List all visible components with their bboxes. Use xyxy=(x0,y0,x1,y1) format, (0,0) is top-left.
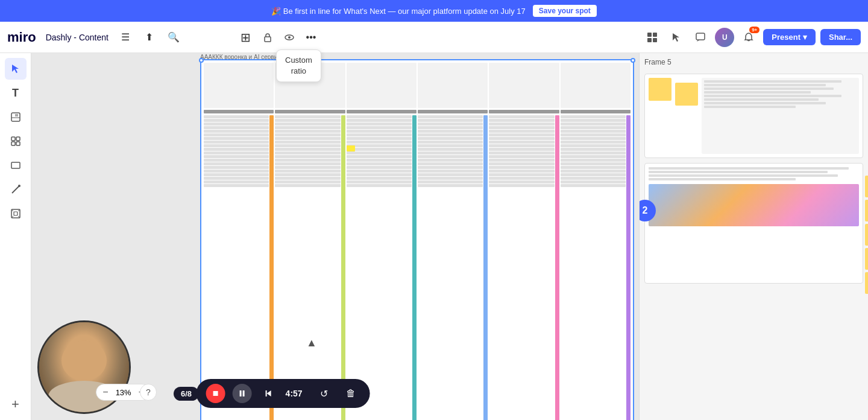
zoom-level-display: 13% xyxy=(113,388,134,397)
apps-grid-icon xyxy=(646,31,658,43)
refresh-button[interactable]: ↺ xyxy=(315,384,334,403)
line-icon xyxy=(10,184,21,195)
notification-button[interactable]: 9+ xyxy=(739,28,758,47)
mini-frame-text-area xyxy=(702,78,859,154)
playbar: 4:57 ↺ 🗑 xyxy=(197,379,370,408)
eye-toolbar-button[interactable] xyxy=(280,28,299,47)
search-button[interactable]: 🔍 xyxy=(164,28,183,47)
svg-rect-30 xyxy=(243,390,245,396)
user-avatar[interactable]: U xyxy=(715,28,734,47)
zoom-out-button[interactable]: − xyxy=(102,387,108,398)
transform-icon xyxy=(10,208,21,219)
svg-rect-23 xyxy=(14,212,17,215)
stop-button[interactable] xyxy=(206,384,225,403)
rect-tool-button[interactable] xyxy=(5,154,27,176)
more-toolbar-button[interactable]: ••• xyxy=(301,28,321,47)
svg-rect-15 xyxy=(11,137,15,141)
bell-icon xyxy=(743,32,754,43)
mini-frame-2: 2 xyxy=(644,163,863,284)
header-bar: miro Dashly - Content ☰ ⬆ 🔍 Custom ratio… xyxy=(0,22,868,53)
sticky-yellow-2 xyxy=(675,83,698,106)
select-cursor-icon xyxy=(10,63,21,74)
banner-text: 🎉 Be first in line for What's Next — our… xyxy=(271,7,526,16)
main-board-frame xyxy=(200,59,634,420)
right-panel: Frame 5 xyxy=(639,53,868,420)
help-button[interactable]: ? xyxy=(140,384,157,401)
custom-ratio-popup: Custom ratio xyxy=(276,49,321,82)
sticky-right-4 xyxy=(865,248,868,270)
grid-toolbar-button[interactable]: ⊞ xyxy=(236,28,256,47)
prev-icon xyxy=(264,389,274,398)
pause-icon xyxy=(238,389,247,398)
transform-tool-button[interactable] xyxy=(5,203,27,224)
svg-rect-8 xyxy=(696,33,705,40)
apps-button[interactable] xyxy=(643,28,662,47)
canvas-area[interactable]: АААККК воронка и AI сервисы для нее xyxy=(31,53,639,420)
notification-badge: 9+ xyxy=(749,27,760,33)
text-tool-button[interactable]: T xyxy=(5,82,27,104)
svg-rect-11 xyxy=(11,113,20,121)
sticky-yellow-1 xyxy=(649,78,671,101)
eye-icon xyxy=(284,32,295,43)
lock-toolbar-button[interactable] xyxy=(258,28,277,47)
present-button[interactable]: Present ▾ xyxy=(763,29,816,45)
sticky-right-5 xyxy=(865,272,868,294)
svg-rect-28 xyxy=(213,391,218,396)
svg-point-2 xyxy=(288,36,291,39)
cursor-icon xyxy=(671,32,682,43)
upload-button[interactable]: ⬆ xyxy=(140,28,159,47)
svg-rect-0 xyxy=(265,37,271,42)
svg-rect-4 xyxy=(653,33,657,37)
svg-rect-16 xyxy=(16,137,20,141)
lock-icon xyxy=(262,32,273,43)
svg-marker-31 xyxy=(267,390,271,396)
line-tool-button[interactable] xyxy=(5,179,27,200)
sticky-tool-button[interactable] xyxy=(5,106,27,128)
share-button[interactable]: Shar... xyxy=(820,29,861,45)
left-toolbar: T xyxy=(0,53,31,420)
stop-icon xyxy=(212,390,219,397)
svg-rect-29 xyxy=(240,390,242,396)
pause-button[interactable] xyxy=(233,384,252,403)
svg-marker-7 xyxy=(673,33,679,42)
sticky-note-icon xyxy=(10,112,21,122)
header-right-actions: U 9+ Present ▾ Shar... xyxy=(643,28,861,47)
frame-counter: 6/8 xyxy=(174,387,199,401)
color-map xyxy=(649,184,859,226)
comment-icon xyxy=(695,32,706,43)
cursor-mode-button[interactable] xyxy=(667,28,686,47)
frame5-label: Frame 5 xyxy=(644,58,863,66)
custom-ratio-sublabel: ratio xyxy=(285,66,312,77)
rectangle-icon xyxy=(10,160,21,171)
svg-rect-5 xyxy=(647,38,652,42)
widget-tool-button[interactable] xyxy=(5,130,27,152)
prev-button[interactable] xyxy=(259,384,278,403)
svg-rect-32 xyxy=(266,390,267,396)
svg-point-21 xyxy=(18,185,20,187)
menu-button[interactable]: ☰ xyxy=(116,28,135,47)
mini-frame-1 xyxy=(644,74,863,158)
save-spot-button[interactable]: Save your spot xyxy=(533,5,597,17)
sticky-right-1 xyxy=(865,176,868,197)
svg-rect-3 xyxy=(647,33,652,37)
handle-tr[interactable] xyxy=(631,58,635,63)
custom-ratio-label: Custom xyxy=(285,55,312,66)
board-name[interactable]: Dashly - Content xyxy=(46,33,108,42)
widget-icon xyxy=(10,136,21,147)
svg-line-20 xyxy=(12,186,19,193)
svg-rect-18 xyxy=(16,142,20,145)
trash-button[interactable]: 🗑 xyxy=(341,384,360,403)
sticky-right-3 xyxy=(865,224,868,246)
top-banner: 🎉 Be first in line for What's Next — our… xyxy=(0,0,868,22)
handle-tl[interactable] xyxy=(199,58,204,63)
sticky-right-2 xyxy=(865,200,868,221)
right-panel-content: Frame 5 xyxy=(640,53,868,420)
svg-marker-10 xyxy=(12,65,19,73)
select-tool-button[interactable] xyxy=(5,58,27,80)
timer-display: 4:57 xyxy=(286,389,307,398)
svg-rect-17 xyxy=(11,142,15,145)
comment-button[interactable] xyxy=(691,28,710,47)
svg-rect-6 xyxy=(653,38,657,42)
add-button[interactable]: + xyxy=(5,393,27,415)
miro-logo[interactable]: miro xyxy=(7,30,36,45)
